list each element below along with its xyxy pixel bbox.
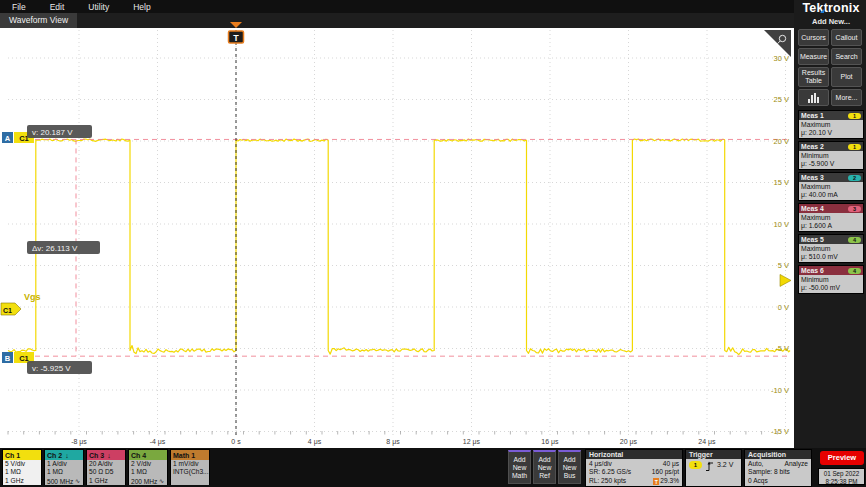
add-button-row: Add New MathAdd New RefAdd New Bus <box>508 450 581 484</box>
meas-source-badge: 4 <box>848 268 861 274</box>
channel-badge-row: Ch 15 V/div1 MΩ1 GHzCh 2↓1 A/div1 MΩ500 … <box>2 449 210 485</box>
voltage-axis-labels: 30 V25 V20 V15 V10 V5 V0 V-5 V-10 V-15 V <box>771 54 789 437</box>
menu-file[interactable]: File <box>0 2 38 12</box>
time-tick-label: 20 μs <box>614 438 644 445</box>
channel-badge-ch-1[interactable]: Ch 15 V/div1 MΩ1 GHz <box>2 449 42 485</box>
channel-label: Ch 1 <box>5 452 20 459</box>
sidebar-button-plot[interactable]: Plot <box>831 67 862 87</box>
sidebar-button-measure[interactable]: Measure <box>798 48 829 65</box>
date-value: 01 Sep 2022 <box>819 470 864 478</box>
channel-setting: 1 GHz <box>5 477 39 485</box>
add-new-math-button[interactable]: Add New Math <box>508 450 531 484</box>
svg-text:A: A <box>5 134 11 143</box>
meas-stat: Maximum <box>801 121 861 129</box>
cursor-delta-readout[interactable]: Δv: 26.113 V <box>27 241 100 254</box>
ch1-position-marker[interactable]: C1 <box>1 303 21 315</box>
histogram-icon-button[interactable] <box>798 89 829 106</box>
oscilloscope-app: FileEditUtilityHelp Waveform View T30 V2… <box>0 0 866 487</box>
preview-button[interactable]: Preview <box>820 451 864 465</box>
horizontal-setting: 160 ps/pt <box>652 468 679 476</box>
channel-setting: 2 V/div <box>131 460 165 468</box>
channel-badge-ch-3[interactable]: Ch 3↓20 A/div50 Ω D51 GHz <box>86 449 126 485</box>
acquisition-panel-title: Acquisition <box>745 450 811 459</box>
meas-source-badge: 2 <box>848 175 861 181</box>
add-new-bus-button[interactable]: Add New Bus <box>558 450 581 484</box>
channel-setting: INTG(Ch3... <box>173 468 207 476</box>
sidebar-button-search[interactable]: Search <box>831 48 862 65</box>
meas-badge-5[interactable]: Meas 54Maximumμ: 510.0 mV <box>798 234 864 263</box>
channel-label: Math 1 <box>173 452 195 459</box>
waveform-canvas[interactable]: T30 V25 V20 V15 V10 V5 V0 V-5 V-10 V-15 … <box>0 28 794 437</box>
svg-text:15 V: 15 V <box>774 178 789 187</box>
channel-setting: 200 MHz ∿ <box>131 477 165 486</box>
horizontal-setting: T29.3% <box>653 477 679 486</box>
meas-badge-1[interactable]: Meas 11Maximumμ: 20.10 V <box>798 110 864 139</box>
channel-badge-ch-2[interactable]: Ch 2↓1 A/div1 MΩ500 MHz ∿ <box>44 449 84 485</box>
horizontal-panel-title: Horizontal <box>586 450 682 459</box>
add-new-ref-button[interactable]: Add New Ref <box>533 450 556 484</box>
horizontal-setting: 4 μs/div <box>589 460 612 468</box>
svg-text:C1: C1 <box>19 354 29 363</box>
meas-source-badge: 4 <box>848 237 861 243</box>
trigger-level-value: 3.2 V <box>717 461 733 468</box>
channel-label: Ch 4 <box>131 452 146 459</box>
sidebar-button-results-table[interactable]: Results Table <box>798 67 829 87</box>
channel-setting: 20 A/div <box>89 460 123 468</box>
tab-waveform-view[interactable]: Waveform View <box>0 13 77 28</box>
channel-setting: 1 A/div <box>47 460 81 468</box>
meas-stat: Minimum <box>801 276 861 284</box>
meas-source-badge: 1 <box>848 144 861 150</box>
meas-value: μ: 510.0 mV <box>801 253 861 261</box>
menu-edit[interactable]: Edit <box>38 2 77 12</box>
menu-bar: FileEditUtilityHelp <box>0 0 794 13</box>
meas-value: μ: 20.10 V <box>801 129 861 137</box>
time-tick-label: 0 s <box>221 438 251 445</box>
meas-badge-2[interactable]: Meas 21Minimumμ: -5.900 V <box>798 141 864 170</box>
sidebar-button-callout[interactable]: Callout <box>831 29 862 46</box>
svg-text:C1: C1 <box>3 307 12 314</box>
logo-k-accent: k <box>816 1 823 15</box>
meas-badge-4[interactable]: Meas 43Maximumμ: 1.600 A <box>798 203 864 232</box>
trigger-panel[interactable]: Trigger 1 3.2 V <box>685 449 742 487</box>
horizontal-setting: 40 μs <box>663 460 679 468</box>
sidebar-button-grid: CursorsCalloutMeasureSearchResults Table… <box>798 29 864 106</box>
acquisition-panel[interactable]: Acquisition Auto,Analyze Sample: 8 bits … <box>744 449 812 487</box>
datetime-display: 01 Sep 2022 8:25:38 PM <box>818 468 865 485</box>
trigger-flag[interactable]: T <box>229 31 244 43</box>
menu-help[interactable]: Help <box>121 2 162 12</box>
trigger-source-badge: 1 <box>689 461 702 469</box>
channel-setting: 50 Ω D5 <box>89 468 123 476</box>
channel-label: Ch 3 <box>89 452 104 459</box>
rising-edge-icon <box>705 461 714 472</box>
channel-setting: 1 MΩ <box>5 468 39 476</box>
meas-source-badge: 3 <box>848 206 861 212</box>
sidebar-button-cursors[interactable]: Cursors <box>798 29 829 46</box>
cursor-a-readout[interactable]: v: 20.187 V <box>27 125 92 138</box>
channel-badge-math-1[interactable]: Math 11 mV/divINTG(Ch3... <box>170 449 210 485</box>
meas-stat: Minimum <box>801 152 861 160</box>
svg-text:v: 20.187 V: v: 20.187 V <box>32 128 73 137</box>
cursor-lines[interactable] <box>8 139 791 356</box>
histogram-icon <box>808 93 819 103</box>
menu-utility[interactable]: Utility <box>76 2 121 12</box>
trigger-panel-title: Trigger <box>686 450 741 459</box>
time-tick-label: 8 μs <box>378 438 408 445</box>
meas-name: Meas 6 <box>801 267 824 274</box>
time-tick-label: 12 μs <box>457 438 487 445</box>
sidebar-button-more-[interactable]: More... <box>831 89 862 106</box>
horizontal-setting: RL: 250 kpts <box>589 477 626 486</box>
meas-name: Meas 3 <box>801 174 824 181</box>
meas-badge-6[interactable]: Meas 64Minimumμ: -50.00 mV <box>798 265 864 294</box>
meas-badge-3[interactable]: Meas 32Maximumμ: 40.00 mA <box>798 172 864 201</box>
channel-badge-ch-4[interactable]: Ch 42 V/div1 MΩ200 MHz ∿ <box>128 449 168 485</box>
waveform-plot[interactable]: T30 V25 V20 V15 V10 V5 V0 V-5 V-10 V-15 … <box>0 28 794 437</box>
svg-text:-10 V: -10 V <box>771 386 789 395</box>
time-tick-label: 24 μs <box>692 438 722 445</box>
cursor-b-readout[interactable]: v: -5.925 V <box>27 361 92 374</box>
horizontal-panel[interactable]: Horizontal 4 μs/div40 μsSR: 6.25 GS/s160… <box>585 449 683 487</box>
logo-text: Te <box>802 1 816 15</box>
trigger-level-arrow-icon[interactable] <box>780 274 791 286</box>
svg-text:10 V: 10 V <box>774 220 789 229</box>
channel-setting: 1 mV/div <box>173 460 207 468</box>
time-tick-label: -8 μs <box>64 438 94 445</box>
